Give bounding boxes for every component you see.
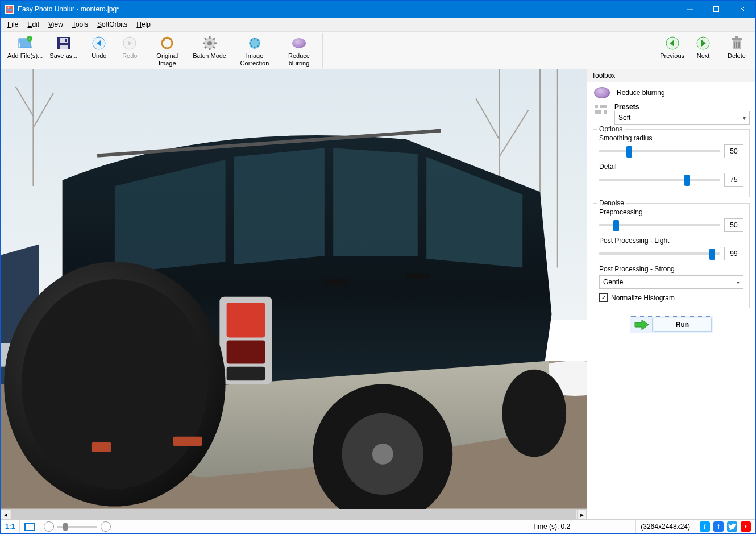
checkbox-icon: ✓	[599, 293, 608, 302]
smoothing-radius-value[interactable]: 50	[724, 144, 743, 158]
save-icon	[56, 35, 72, 51]
svg-rect-14	[65, 39, 67, 42]
delete-button[interactable]: Delete	[721, 33, 752, 61]
menu-softorbits[interactable]: SoftOrbits	[93, 19, 132, 30]
previous-label: Previous	[660, 52, 684, 60]
menu-file[interactable]: File	[3, 19, 23, 30]
preprocessing-label: Preprocessing	[599, 208, 743, 216]
detail-thumb[interactable]	[684, 175, 690, 186]
reduce-blurring-section-icon	[594, 87, 610, 98]
app-window: Easy Photo Unblur - montero.jpg* File Ed…	[0, 0, 756, 534]
pp-light-value[interactable]: 99	[724, 247, 743, 260]
maximize-button[interactable]	[703, 1, 729, 18]
run-button[interactable]: Run	[630, 316, 713, 333]
close-button[interactable]	[729, 1, 755, 18]
preprocessing-value[interactable]: 50	[724, 218, 743, 232]
save-as-button[interactable]: Save as...	[46, 33, 81, 61]
svg-point-65	[22, 279, 208, 489]
facebook-icon[interactable]: f	[713, 521, 724, 532]
add-files-icon: +	[17, 35, 33, 51]
svg-rect-77	[604, 110, 607, 114]
detail-label: Detail	[599, 163, 743, 171]
svg-rect-13	[60, 45, 68, 49]
save-as-label: Save as...	[49, 52, 77, 60]
svg-text:+: +	[28, 36, 31, 42]
svg-point-69	[502, 370, 566, 457]
preprocessing-slider[interactable]	[599, 224, 720, 226]
fit-to-window-button[interactable]	[19, 520, 39, 533]
svg-point-30	[254, 47, 255, 49]
smoothing-radius-slider[interactable]	[599, 150, 720, 152]
detail-value[interactable]: 75	[724, 173, 743, 187]
zoom-out-button[interactable]: −	[44, 521, 54, 532]
svg-rect-2	[7, 9, 12, 11]
scroll-left-arrow[interactable]: ◂	[1, 510, 10, 519]
scroll-track[interactable]	[10, 510, 577, 519]
minimize-button[interactable]	[677, 1, 703, 18]
presets-dropdown[interactable]: Soft ▾	[614, 111, 750, 125]
previous-button[interactable]: Previous	[657, 33, 688, 61]
detail-slider[interactable]	[599, 179, 720, 181]
pp-light-slider[interactable]	[599, 252, 720, 255]
zoom-control: − +	[39, 521, 115, 532]
image-canvas[interactable]	[1, 69, 587, 509]
status-bar: 1:1 − + Time (s): 0.2 (3264x2448x24) i f	[1, 519, 755, 533]
undo-button[interactable]: Undo	[84, 33, 114, 68]
menu-view[interactable]: View	[44, 19, 68, 30]
reduce-blurring-icon	[291, 35, 307, 51]
redo-icon	[122, 35, 138, 51]
pp-light-thumb[interactable]	[709, 249, 715, 260]
redo-button[interactable]: Redo	[114, 33, 145, 68]
image-correction-button[interactable]: Image Correction	[232, 33, 277, 68]
original-image-button[interactable]: Original Image	[145, 33, 189, 68]
status-empty	[575, 520, 635, 533]
smoothing-radius-thumb[interactable]	[626, 146, 632, 158]
menu-help[interactable]: Help	[132, 19, 155, 30]
svg-rect-62	[227, 367, 265, 381]
title-bar: Easy Photo Unblur - montero.jpg*	[1, 1, 755, 18]
svg-line-26	[213, 38, 215, 40]
add-files-button[interactable]: + Add File(s)...	[4, 33, 46, 61]
scroll-right-arrow[interactable]: ▸	[577, 510, 587, 519]
delete-icon	[729, 35, 745, 51]
pp-light-label: Post Processing - Light	[599, 237, 743, 245]
zoom-ratio[interactable]: 1:1	[1, 520, 19, 533]
info-icon[interactable]: i	[700, 521, 710, 532]
reduce-blurring-button[interactable]: Reduce blurring	[277, 33, 321, 68]
delete-label: Delete	[728, 52, 746, 60]
social-links: i f	[695, 520, 755, 533]
menu-tools[interactable]: Tools	[68, 19, 93, 30]
undo-icon	[91, 35, 107, 51]
svg-rect-72	[173, 437, 202, 446]
scroll-thumb[interactable]	[11, 510, 576, 519]
svg-rect-74	[595, 105, 598, 108]
normalize-histogram-checkbox[interactable]: ✓ Normalize Histogram	[599, 293, 743, 302]
menu-edit[interactable]: Edit	[23, 19, 44, 30]
youtube-icon[interactable]	[741, 521, 751, 532]
image-content	[1, 69, 587, 509]
run-label: Run	[654, 318, 712, 332]
svg-point-68	[372, 444, 393, 465]
next-button[interactable]: Next	[688, 33, 718, 61]
original-image-label: Original Image	[148, 52, 186, 67]
batch-mode-label: Batch Mode	[193, 52, 226, 60]
zoom-in-button[interactable]: +	[101, 521, 111, 532]
chevron-down-icon: ▾	[743, 115, 746, 121]
toolbar: + Add File(s)... Save as... Undo	[1, 32, 755, 69]
zoom-slider-thumb[interactable]	[63, 523, 68, 531]
redo-label: Redo	[122, 52, 137, 60]
reduce-blurring-section-title: Reduce blurring	[617, 89, 665, 97]
image-correction-icon	[247, 35, 263, 51]
svg-rect-5	[714, 7, 719, 12]
zoom-slider[interactable]	[57, 526, 97, 528]
smoothing-radius-label: Smoothing radius	[599, 134, 743, 142]
work-area: ◂ ▸ Toolbox Reduce blurring Presets	[1, 69, 755, 519]
normalize-histogram-label: Normalize Histogram	[611, 294, 675, 302]
preprocessing-thumb[interactable]	[613, 220, 619, 231]
pp-strong-dropdown[interactable]: Gentle ▾	[599, 275, 743, 289]
batch-mode-button[interactable]: Batch Mode	[189, 33, 230, 68]
twitter-icon[interactable]	[727, 521, 737, 532]
horizontal-scrollbar[interactable]: ◂ ▸	[1, 509, 587, 519]
chevron-down-icon: ▾	[737, 279, 740, 285]
svg-rect-61	[227, 341, 265, 364]
